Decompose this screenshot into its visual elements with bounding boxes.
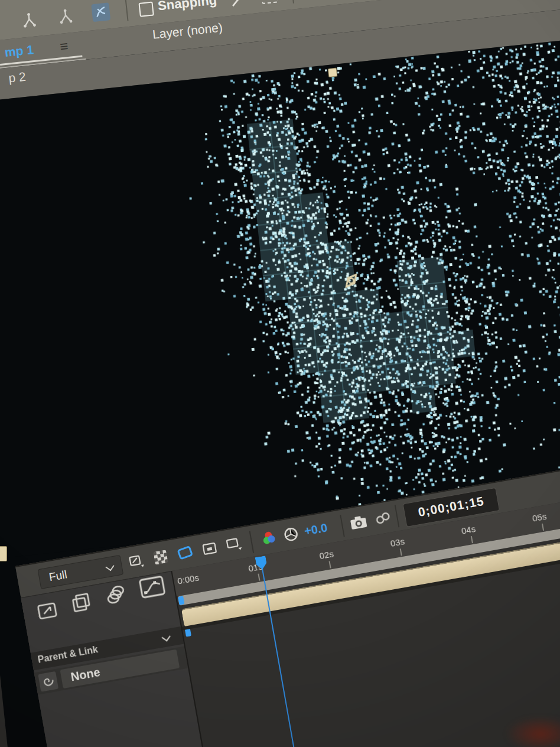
region-of-interest-icon[interactable] (198, 538, 221, 559)
layer-handle-top[interactable] (328, 68, 337, 77)
node-tool-icon[interactable] (19, 10, 39, 30)
mask-visibility-icon[interactable] (174, 543, 197, 563)
tab-comp-2-partial[interactable]: p 2 (8, 70, 27, 86)
ruler-tick (471, 536, 473, 543)
bar-divider-3 (395, 505, 400, 528)
parent-value: None (70, 665, 101, 683)
bar-divider (249, 531, 255, 553)
toolbar-divider-2 (291, 0, 294, 4)
toolbar-divider (125, 0, 128, 21)
chevron-down-icon (161, 632, 170, 641)
transfer-controls-pane-icon[interactable] (69, 591, 95, 616)
layer-handle-left[interactable] (0, 546, 7, 561)
snapping-label: Snapping (157, 0, 217, 14)
transparency-grid-icon[interactable] (149, 547, 172, 567)
rgb-channels-icon[interactable] (258, 528, 281, 548)
ruler-tick (258, 574, 260, 581)
snapping-checkbox[interactable] (138, 1, 154, 17)
tab-comp-1[interactable]: mp 1 (4, 43, 34, 60)
ruler-label-5s: 05s (532, 511, 548, 524)
screen-reflection (505, 716, 560, 747)
ruler-label-2s: 02s (318, 548, 334, 561)
node-tool-icon-2[interactable] (56, 7, 76, 26)
layer-switches-pane-icon[interactable] (35, 599, 60, 623)
pick-whip-icon[interactable] (38, 671, 58, 692)
in-out-panes-icon[interactable] (102, 582, 129, 607)
track-arrow-icon[interactable] (228, 0, 248, 9)
view-options-icon[interactable] (223, 534, 246, 554)
grid-options-icon[interactable] (125, 551, 148, 572)
snapshot-camera-icon[interactable] (347, 512, 370, 532)
after-effects-window: Snapping Default mp 1 ≡ Layer (none) p 2… (0, 0, 560, 747)
chevron-down-icon (105, 562, 114, 571)
exposure-value[interactable]: +0.0 (303, 521, 328, 538)
graph-editor-icon[interactable] (137, 573, 167, 601)
ruler-label-0s: 0:00s (177, 572, 200, 586)
ruler-tick (400, 548, 402, 556)
marquee-icon[interactable] (261, 0, 279, 4)
tab-layer-panel[interactable]: Layer (none) (152, 20, 223, 41)
particle-wolf-canvas (175, 34, 560, 535)
bar-divider-2 (340, 515, 345, 537)
anchor-point-icon[interactable] (341, 271, 361, 290)
parent-link-label: Parent & Link (37, 644, 99, 665)
show-snapshot-icon[interactable] (372, 508, 395, 528)
workspace-name[interactable]: Default (302, 0, 340, 1)
ruler-tick (542, 524, 544, 531)
resolution-value: Full (48, 568, 68, 583)
composition-viewer[interactable] (0, 21, 560, 560)
panel-menu-icon[interactable]: ≡ (59, 38, 69, 55)
exposure-icon[interactable] (279, 524, 302, 544)
ruler-tick (329, 561, 331, 568)
ruler-label-4s: 04s (461, 524, 477, 536)
active-tool-icon[interactable] (91, 2, 110, 22)
ruler-label-3s: 03s (389, 536, 405, 548)
